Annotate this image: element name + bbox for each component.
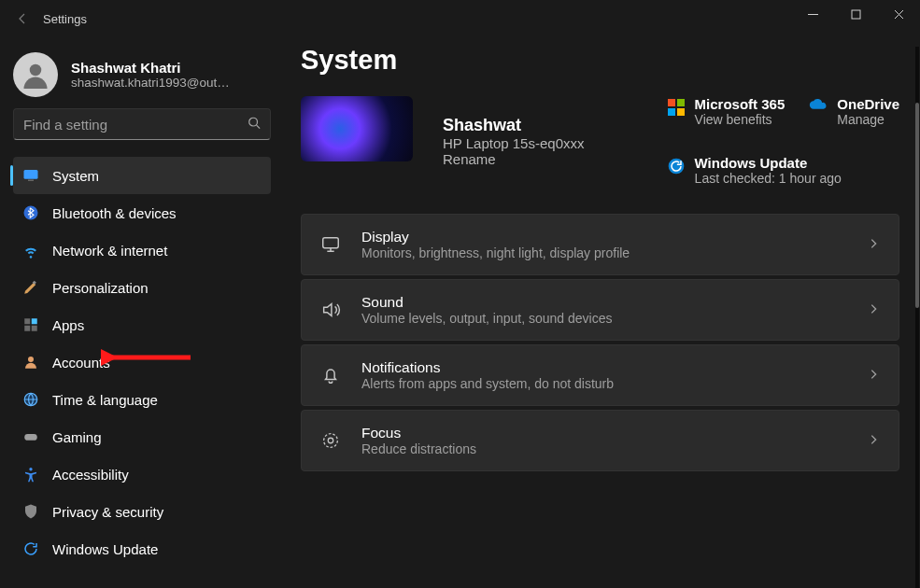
person-icon xyxy=(21,61,50,89)
device-rename-link[interactable]: Rename xyxy=(443,151,585,167)
titlebar: Settings xyxy=(0,0,920,37)
sidebar-item-update[interactable]: Windows Update xyxy=(13,530,271,567)
sidebar-item-label: Apps xyxy=(52,317,84,333)
info-row: Shashwat HP Laptop 15s-eq0xxx Rename xyxy=(301,96,899,186)
update-icon xyxy=(22,540,39,557)
card-notifications[interactable]: Notifications Alerts from apps and syste… xyxy=(301,344,899,406)
sidebar: Shashwat Khatri shashwat.khatri1993@out…… xyxy=(0,37,280,588)
sidebar-nav: System Bluetooth & devices Network & int… xyxy=(13,157,271,567)
svg-rect-4 xyxy=(28,180,34,182)
sidebar-item-network[interactable]: Network & internet xyxy=(13,231,271,269)
sidebar-item-label: Network & internet xyxy=(52,243,167,259)
close-icon xyxy=(894,9,904,20)
sidebar-item-personalization[interactable]: Personalization xyxy=(13,269,271,306)
sidebar-item-label: Accessibility xyxy=(52,467,129,483)
app-title: Settings xyxy=(43,12,87,26)
scrollbar-thumb[interactable] xyxy=(915,103,919,308)
tile-sub: View benefits xyxy=(695,112,786,127)
window-minimize-button[interactable] xyxy=(791,0,834,28)
sidebar-item-system[interactable]: System xyxy=(13,157,271,194)
shield-icon xyxy=(22,503,39,520)
tile-sub: Manage xyxy=(837,112,899,127)
device-thumbnail xyxy=(301,96,413,161)
svg-rect-20 xyxy=(323,238,339,248)
card-title: Notifications xyxy=(361,359,846,376)
brush-icon xyxy=(22,279,39,296)
update-icon xyxy=(667,157,686,175)
card-sub: Reduce distractions xyxy=(361,441,846,456)
sidebar-item-accessibility[interactable]: Accessibility xyxy=(13,455,271,493)
sidebar-item-label: Personalization xyxy=(52,280,149,296)
svg-rect-10 xyxy=(32,326,37,331)
microsoft-365-tile[interactable]: Microsoft 365 View benefits xyxy=(667,96,786,127)
apps-icon xyxy=(22,316,39,333)
card-sub: Alerts from apps and system, do not dist… xyxy=(361,376,846,391)
card-sub: Volume levels, output, input, sound devi… xyxy=(361,311,846,326)
onedrive-tile[interactable]: OneDrive Manage xyxy=(809,96,899,127)
back-button[interactable] xyxy=(11,7,34,30)
bluetooth-icon xyxy=(22,204,39,221)
card-display[interactable]: Display Monitors, brightness, night ligh… xyxy=(301,214,899,275)
sidebar-item-gaming[interactable]: Gaming xyxy=(13,418,271,455)
svg-point-11 xyxy=(28,357,34,362)
svg-rect-18 xyxy=(677,108,685,116)
chevron-right-icon xyxy=(867,368,880,384)
device-model: HP Laptop 15s-eq0xxx xyxy=(443,135,585,151)
svg-point-1 xyxy=(30,64,42,77)
gamepad-icon xyxy=(22,428,39,445)
search-icon xyxy=(248,117,261,133)
window-maximize-button[interactable] xyxy=(834,0,877,28)
card-focus[interactable]: Focus Reduce distractions xyxy=(301,410,899,471)
tile-title: Windows Update xyxy=(695,155,842,171)
onedrive-icon xyxy=(809,98,828,117)
svg-rect-3 xyxy=(24,170,38,179)
avatar xyxy=(13,52,58,97)
card-title: Sound xyxy=(361,294,846,311)
display-icon xyxy=(320,234,341,255)
search-box[interactable] xyxy=(13,108,271,140)
user-block[interactable]: Shashwat Khatri shashwat.khatri1993@out… xyxy=(13,52,271,97)
bell-icon xyxy=(320,365,341,385)
sidebar-item-bluetooth[interactable]: Bluetooth & devices xyxy=(13,194,271,231)
chevron-right-icon xyxy=(867,433,880,449)
sidebar-item-privacy[interactable]: Privacy & security xyxy=(13,493,271,530)
svg-rect-17 xyxy=(668,108,675,116)
search-input[interactable] xyxy=(14,109,270,139)
user-name: Shashwat Khatri xyxy=(71,60,230,76)
main-content: System Shashwat HP Laptop 15s-eq0xxx Ren… xyxy=(280,37,920,588)
minimize-icon xyxy=(808,9,818,20)
sound-icon xyxy=(320,300,341,320)
svg-rect-13 xyxy=(24,434,37,441)
card-title: Focus xyxy=(361,425,846,441)
svg-point-22 xyxy=(328,438,333,443)
page-title: System xyxy=(301,45,899,76)
svg-point-14 xyxy=(29,468,32,470)
tile-sub: Last checked: 1 hour ago xyxy=(695,171,842,186)
sidebar-item-label: Privacy & security xyxy=(52,504,163,520)
card-sub: Monitors, brightness, night light, displ… xyxy=(361,245,846,260)
sidebar-item-time[interactable]: Time & language xyxy=(13,381,271,418)
svg-rect-8 xyxy=(32,318,37,324)
windows-update-tile[interactable]: Windows Update Last checked: 1 hour ago xyxy=(667,155,899,186)
tile-title: Microsoft 365 xyxy=(695,96,786,112)
card-title: Display xyxy=(361,229,846,245)
user-email: shashwat.khatri1993@out… xyxy=(71,76,230,90)
sidebar-item-accounts[interactable]: Accounts xyxy=(13,343,271,381)
sidebar-item-label: Gaming xyxy=(52,429,102,445)
svg-rect-15 xyxy=(668,99,675,106)
cards-list: Display Monitors, brightness, night ligh… xyxy=(301,214,899,471)
card-sound[interactable]: Sound Volume levels, output, input, soun… xyxy=(301,279,899,341)
sidebar-item-label: Time & language xyxy=(52,392,158,408)
chevron-right-icon xyxy=(867,237,880,253)
svg-point-19 xyxy=(668,159,684,175)
svg-rect-7 xyxy=(24,318,30,324)
maximize-icon xyxy=(851,9,861,20)
globe-time-icon xyxy=(22,391,39,408)
sidebar-item-label: Windows Update xyxy=(52,541,158,557)
sidebar-item-apps[interactable]: Apps xyxy=(13,306,271,343)
svg-point-21 xyxy=(324,434,338,448)
window-close-button[interactable] xyxy=(877,0,920,28)
person-icon xyxy=(22,354,39,371)
svg-point-2 xyxy=(249,118,258,126)
scrollbar-track[interactable] xyxy=(915,47,919,588)
